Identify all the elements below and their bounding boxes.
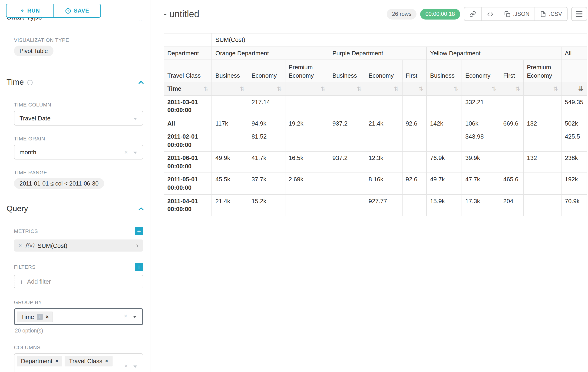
sort-icon[interactable]: ⇅ [492, 85, 496, 92]
row-dimension-sort-header[interactable]: Time⇅ [164, 82, 212, 95]
add-filter-dropzone[interactable]: + Add filter [14, 275, 143, 288]
chart-header: - untitled 26 rows 00:00:00.18 .JSON [164, 0, 587, 21]
travel-class-header[interactable]: Premium Economy [285, 60, 329, 82]
remove-tag-icon[interactable]: × [105, 359, 108, 364]
time-range-label: TIME RANGE [14, 170, 143, 175]
all-column-header[interactable]: All [561, 46, 587, 60]
travel-class-header[interactable]: Premium Economy [523, 60, 561, 82]
column-sort-header[interactable]: ⇅ [523, 82, 561, 95]
value-cell [500, 95, 523, 117]
sort-icon[interactable]: ⇅ [321, 85, 325, 92]
sort-icon[interactable]: ⇅ [515, 85, 520, 92]
value-cell: 17.3k [462, 194, 500, 216]
sort-desc-active-icon[interactable]: ⇊ [578, 85, 583, 92]
sort-icon[interactable]: ⇅ [394, 85, 399, 92]
travel-class-header[interactable]: First [500, 60, 523, 82]
column-sort-header[interactable]: ⇅ [500, 82, 523, 95]
value-cell [523, 130, 561, 152]
value-cell [402, 130, 427, 152]
time-grain-select[interactable]: month × [14, 145, 143, 159]
chevron-right-icon[interactable]: › [136, 242, 138, 249]
column-sort-header[interactable]: ⇅ [462, 82, 500, 95]
travel-class-header[interactable]: Economy [365, 60, 402, 82]
sort-icon[interactable]: ⇅ [357, 85, 362, 92]
column-sort-header[interactable]: ⇅ [212, 82, 248, 95]
travel-class-header[interactable]: Business [329, 60, 365, 82]
download-json-button[interactable]: .JSON [499, 7, 535, 21]
run-button[interactable]: RUN [7, 4, 53, 17]
copy-link-button[interactable] [464, 7, 481, 21]
query-section-header[interactable]: Query [0, 204, 151, 213]
sort-icon[interactable]: ⇅ [418, 85, 423, 92]
chevron-down-icon [133, 152, 137, 154]
clear-icon[interactable]: × [124, 362, 128, 369]
column-sort-header[interactable]: ⇅ [402, 82, 427, 95]
columns-tag[interactable]: Travel Class× [65, 356, 112, 366]
chevron-up-icon[interactable] [138, 80, 144, 85]
travel-class-header[interactable]: Economy [248, 60, 285, 82]
all-subheader [561, 60, 587, 82]
groupby-tag[interactable]: Timei× [17, 311, 53, 322]
value-cell [402, 95, 427, 117]
columns-select[interactable]: Department×Travel Class× × [14, 353, 143, 372]
department-header[interactable]: Purple Department [329, 46, 427, 60]
add-filter-placeholder: Add filter [27, 278, 51, 285]
menu-button[interactable] [571, 7, 587, 21]
save-button[interactable]: SAVE [53, 4, 100, 17]
clear-icon[interactable]: × [124, 149, 128, 156]
value-cell [285, 194, 329, 216]
add-metric-button[interactable]: + [135, 227, 143, 235]
value-cell: 15.2k [248, 194, 285, 216]
sort-icon[interactable]: ⇅ [454, 85, 458, 92]
visualization-type-value[interactable]: Pivot Table [14, 46, 53, 56]
column-sort-header[interactable]: ⇅ [248, 82, 285, 95]
metric-option[interactable]: × ƒ(x) SUM(Cost) › [14, 239, 143, 252]
value-cell: 39.9k [462, 152, 500, 173]
department-header[interactable]: Orange Department [212, 46, 329, 60]
value-cell: 117k [212, 117, 248, 130]
sort-icon[interactable]: ⇅ [553, 85, 558, 92]
column-sort-header[interactable]: ⇅ [329, 82, 365, 95]
hamburger-icon [576, 11, 582, 17]
embed-code-button[interactable] [481, 7, 499, 21]
chart-title[interactable]: - untitled [164, 9, 199, 19]
travel-class-header[interactable]: Business [427, 60, 462, 82]
column-sort-header[interactable]: ⇅ [427, 82, 462, 95]
column-sort-header[interactable]: ⇅ [365, 82, 402, 95]
department-header[interactable]: Yellow Department [427, 46, 561, 60]
remove-metric-icon[interactable]: × [19, 242, 22, 249]
travel-class-header[interactable]: Economy [462, 60, 500, 82]
time-section-header[interactable]: Time [0, 78, 151, 87]
value-cell: 16.5k [285, 152, 329, 173]
value-cell: 92.6 [402, 173, 427, 194]
add-filter-button[interactable]: + [135, 263, 143, 271]
groupby-options-hint: 20 option(s) [15, 328, 143, 333]
value-cell: 12.3k [365, 152, 402, 173]
drag-handle-dots: ∙∙ [138, 18, 143, 22]
time-range-value[interactable]: 2011-01-01 ≤ col < 2011-06-30 [14, 178, 104, 189]
travel-class-header[interactable]: Business [212, 60, 248, 82]
value-cell [523, 194, 561, 216]
columns-label: COLUMNS [14, 345, 143, 350]
value-cell: 92.6 [402, 117, 427, 130]
chevron-up-icon[interactable] [138, 207, 144, 211]
column-sort-header[interactable]: ⇅ [285, 82, 329, 95]
travel-class-header[interactable]: First [402, 60, 427, 82]
time-column-select[interactable]: Travel Date [14, 111, 143, 126]
chevron-down-icon [133, 365, 137, 368]
row2-dimension-header: Travel Class [164, 60, 212, 82]
sort-icon[interactable]: ⇅ [277, 85, 282, 92]
sort-icon[interactable]: ⇅ [204, 85, 209, 93]
remove-tag-icon[interactable]: × [55, 359, 58, 364]
sort-icon[interactable]: ⇅ [240, 85, 244, 92]
value-cell: 132 [523, 152, 561, 173]
export-button-group: .JSON .CSV [464, 7, 567, 21]
columns-tag[interactable]: Department× [17, 356, 63, 366]
groupby-select[interactable]: Timei× × [14, 308, 143, 325]
download-csv-button[interactable]: .CSV [535, 7, 567, 21]
chart-area: - untitled 26 rows 00:00:00.18 .JSON [151, 0, 588, 372]
column-sort-header-active[interactable]: ⇊ [561, 82, 587, 95]
plus-circle-icon [65, 8, 71, 14]
clear-icon[interactable]: × [124, 312, 127, 320]
remove-tag-icon[interactable]: × [46, 314, 49, 319]
